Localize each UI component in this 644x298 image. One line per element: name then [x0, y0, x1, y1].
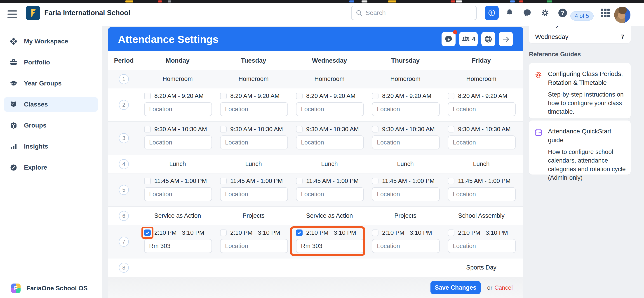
checkbox-wrap [448, 126, 454, 133]
fariaone-logo[interactable]: F [11, 283, 20, 293]
sidebar-item-label: Portfolio [24, 59, 50, 66]
day-label: Wednesday [535, 33, 568, 41]
sidebar-item-groups[interactable]: Groups [4, 118, 98, 133]
usage-badge[interactable]: 4 of 5 [570, 11, 594, 21]
guide-title: Configuring Class Periods, Rotation & Ti… [548, 69, 626, 87]
location-input[interactable] [220, 135, 288, 149]
slot-checkbox[interactable] [448, 178, 454, 184]
sidebar-item-insights[interactable]: Insights [4, 139, 98, 154]
location-input[interactable] [372, 187, 440, 201]
apps-grid-icon[interactable] [598, 6, 612, 20]
slot-checkbox[interactable] [144, 93, 151, 99]
sidebar-item-year-groups[interactable]: Year Groups [4, 76, 98, 91]
period-label-cell: Projects [216, 207, 292, 225]
top-bar: Faria International School ? 4 of 5 [0, 3, 644, 26]
slot-time: 9:30 AM - 10:30 AM [382, 126, 435, 133]
location-input[interactable] [144, 239, 212, 253]
location-input[interactable] [296, 239, 364, 253]
slot-checkbox[interactable] [220, 126, 227, 133]
slot-checkbox[interactable] [372, 229, 378, 236]
slot-cell: 9:30 AM - 10:30 AM [443, 122, 519, 155]
checkbox-wrap [144, 178, 151, 184]
location-input[interactable] [296, 102, 364, 116]
period-label: Homeroom [238, 76, 269, 83]
period-label: Service as Action [306, 212, 353, 219]
slot-time: 8:20 AM - 9:20 AM [230, 93, 280, 100]
slot-cell: 8:20 AM - 9:20 AM [140, 88, 216, 121]
sidebar-item-classes[interactable]: Classes [4, 97, 98, 112]
arrow-right-button[interactable] [499, 32, 513, 46]
slot-cell: 11:45 AM - 1:00 PM [140, 173, 216, 206]
day-row[interactable]: Wednesday 7 [529, 30, 631, 43]
messenger-button[interactable] [442, 32, 456, 46]
bell-icon[interactable] [502, 6, 516, 20]
location-input[interactable] [144, 187, 212, 201]
location-input[interactable] [220, 187, 288, 201]
slot-checkbox[interactable] [296, 93, 302, 99]
period-number: 1 [119, 74, 129, 84]
cancel-link[interactable]: Cancel [494, 284, 513, 291]
slot-checkbox[interactable] [220, 229, 227, 236]
sidebar-item-label: Year Groups [24, 80, 62, 87]
slot-checkbox[interactable] [220, 93, 227, 99]
add-plus-icon[interactable] [485, 6, 499, 20]
slot-checkbox[interactable] [220, 178, 227, 184]
guide-card-class-periods[interactable]: Configuring Class Periods, Rotation & Ti… [529, 63, 631, 119]
column-header: Wednesday [292, 51, 368, 70]
slot-checkbox[interactable] [296, 178, 302, 184]
checkbox-wrap [144, 229, 151, 236]
checkbox-wrap [220, 93, 227, 99]
slot-checkbox[interactable] [296, 126, 302, 133]
help-question-icon[interactable]: ? [556, 6, 570, 20]
sidebar-item-my-workspace[interactable]: My Workspace [4, 34, 98, 49]
guide-card-attendance-quickstart[interactable]: Attendance QuickStart guide How to confi… [529, 121, 631, 175]
sidebar-item-label: Insights [24, 143, 48, 150]
location-input[interactable] [372, 135, 440, 149]
location-input[interactable] [144, 135, 212, 149]
sidebar-item-portfolio[interactable]: Portfolio [4, 55, 98, 70]
slot-checkbox[interactable] [296, 229, 302, 236]
gear-icon [534, 71, 542, 79]
location-input[interactable] [220, 102, 288, 116]
location-input[interactable] [448, 135, 516, 149]
period-label-cell: Homeroom [140, 70, 216, 88]
slot-checkbox[interactable] [372, 126, 378, 133]
slot-checkbox[interactable] [448, 229, 454, 236]
sidebar-item-explore[interactable]: Explore [4, 160, 98, 175]
slot-checkbox[interactable] [144, 178, 151, 184]
period-cell: 2 [108, 88, 140, 121]
location-input[interactable] [296, 135, 364, 149]
location-input[interactable] [448, 187, 516, 201]
slot-checkbox[interactable] [448, 126, 454, 133]
hamburger-menu-icon[interactable] [8, 10, 17, 19]
location-input[interactable] [144, 102, 212, 116]
timetable-row: 4LunchLunchLunchLunchLunch [108, 155, 523, 173]
chat-bubble-icon[interactable] [520, 6, 534, 20]
avatar[interactable] [614, 7, 630, 23]
sidebar: My Workspace Portfolio Year Groups Class… [0, 26, 102, 298]
gear-icon[interactable] [538, 6, 552, 20]
slot-checkbox[interactable] [448, 93, 454, 99]
globe-button[interactable] [481, 32, 495, 46]
period-label-cell: Sports Day [443, 258, 519, 277]
location-input[interactable] [372, 239, 440, 253]
sidebar-footer: F FariaOne School OS [0, 281, 102, 295]
location-input[interactable] [372, 102, 440, 116]
location-input[interactable] [448, 239, 516, 253]
location-input[interactable] [448, 102, 516, 116]
location-input[interactable] [296, 187, 364, 201]
search-input[interactable] [366, 9, 472, 17]
period-label-cell [368, 258, 443, 277]
slot-checkbox[interactable] [144, 229, 151, 236]
page-header: Attendance Settings 4 [108, 27, 523, 51]
slot-cell: 8:20 AM - 9:20 AM [292, 88, 368, 121]
slot-checkbox[interactable] [144, 126, 151, 133]
slot-checkbox[interactable] [372, 178, 378, 184]
save-changes-button[interactable]: Save Changes [430, 281, 481, 294]
slot-checkbox[interactable] [372, 93, 378, 99]
faria-logo[interactable] [26, 6, 40, 20]
period-number: 8 [119, 263, 129, 273]
sidebar-item-label: My Workspace [24, 38, 68, 45]
people-count-button[interactable]: 4 [459, 32, 478, 46]
location-input[interactable] [220, 239, 288, 253]
